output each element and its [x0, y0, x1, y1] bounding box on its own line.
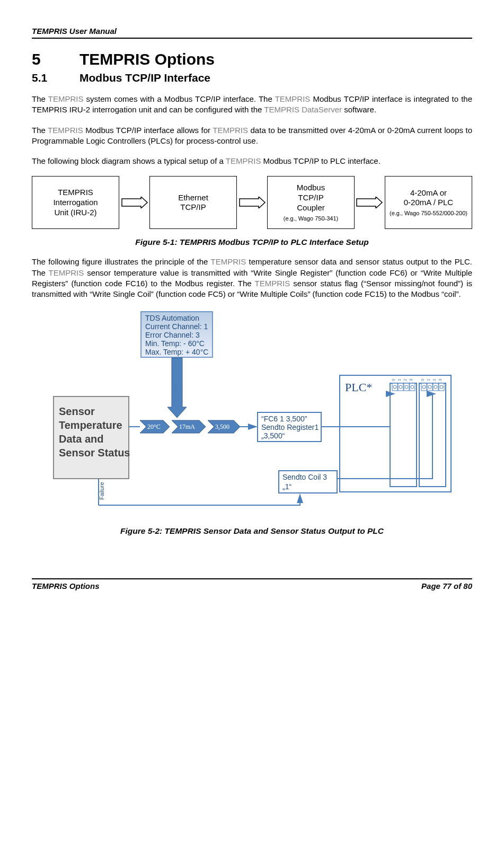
- svg-point-13: [428, 385, 431, 389]
- footer-right: Page 77 of 80: [421, 581, 472, 590]
- plc-label: PLC*: [345, 381, 372, 394]
- tempris-word: TEMPRIS: [49, 268, 84, 277]
- svg-text:0: 0: [420, 378, 425, 381]
- svg-rect-0: [390, 383, 417, 487]
- svg-point-11: [422, 385, 426, 389]
- heading-2: 5.1Modbus TCP/IP Interface: [32, 72, 472, 84]
- tempris-word: TEMPRIS: [275, 94, 311, 103]
- figure-caption-1: Figure 5-1: TEMPRIS Modbus TCP/IP to PLC…: [32, 237, 472, 247]
- sensor-l4: Sensor Status: [59, 447, 130, 459]
- svg-point-5: [399, 385, 402, 389]
- svg-text:1: 1: [397, 378, 402, 381]
- chev3-label: 3,500: [215, 423, 229, 430]
- paragraph-3: The following block diagram shows a typi…: [32, 156, 472, 166]
- h2-text: Modbus TCP/IP Interface: [79, 72, 210, 84]
- tempris-word: TEMPRIS: [213, 126, 248, 135]
- fc6-l2: Sendto Register1: [261, 423, 319, 431]
- page-header: TEMPRIS User Manual: [32, 27, 472, 39]
- block-diagram: TEMPRIS Interrogation Unit (IRU-2) Ether…: [32, 176, 472, 229]
- diagram-box-plc: 4-20mA or 0-20mA / PLC (e.g., Wago 750-5…: [385, 176, 472, 229]
- chev1-label: 20°C: [147, 423, 161, 430]
- svg-text:3: 3: [409, 378, 413, 381]
- sensor-l2: Temperature: [59, 419, 122, 431]
- page-footer: TEMPRIS Options Page 77 of 80: [32, 578, 472, 590]
- tempris-word: TEMPRIS: [48, 94, 84, 103]
- figure-2: TDS Automation Current Channel: 1 Error …: [32, 309, 472, 521]
- svg-point-3: [393, 385, 396, 389]
- arrow-420ma-label: 4-20mA: [173, 383, 179, 402]
- svg-text:2: 2: [403, 378, 408, 381]
- fc6-l1: “FC6 1 3,500”: [261, 415, 307, 423]
- coil-l1: Sendto Coil 3: [282, 473, 327, 481]
- header-title: TEMPRIS User Manual: [32, 27, 117, 36]
- paragraph-1: The TEMPRIS system comes with a Modbus T…: [32, 94, 472, 116]
- h2-number: 5.1: [32, 72, 79, 84]
- fc6-l3: „3,500“: [261, 431, 285, 440]
- tds-l1: TDS Automation: [145, 314, 199, 322]
- coil-l2: „1“: [282, 482, 291, 491]
- arrow-icon: [237, 197, 267, 208]
- figure-caption-2: Figure 5-2: TEMPRIS Sensor Data and Sens…: [32, 526, 472, 536]
- svg-point-7: [405, 385, 408, 389]
- svg-text:0: 0: [391, 378, 396, 381]
- paragraph-4: The following figure illustrates the pri…: [32, 257, 472, 299]
- heading-1: 5TEMPRIS Options: [32, 50, 472, 68]
- tempris-word: TEMPRIS: [211, 257, 246, 266]
- tds-l2: Current Channel: 1: [145, 322, 208, 331]
- tds-l5: Max. Temp: + 40°C: [145, 348, 208, 356]
- failure-label: Failure: [99, 482, 105, 500]
- svg-text:1: 1: [426, 378, 431, 381]
- svg-text:2: 2: [432, 378, 437, 381]
- svg-point-9: [411, 385, 414, 389]
- tempris-word: TEMPRIS: [226, 156, 261, 165]
- paragraph-2: The TEMPRIS Modbus TCP/IP interface allo…: [32, 125, 472, 147]
- tempris-word: TEMPRIS: [48, 126, 83, 135]
- diagram-box-iru2: TEMPRIS Interrogation Unit (IRU-2): [32, 176, 119, 229]
- arrow-icon: [355, 197, 385, 208]
- tds-l3: Error Channel: 3: [145, 331, 200, 339]
- svg-text:3: 3: [438, 378, 443, 381]
- svg-point-17: [440, 385, 443, 389]
- svg-point-15: [434, 385, 437, 389]
- sensor-l1: Sensor: [59, 406, 95, 417]
- connector-failure: [99, 495, 300, 505]
- footer-left: TEMPRIS Options: [32, 581, 100, 590]
- arrow-icon: [119, 197, 149, 208]
- diagram-box-ethernet: Ethernet TCP/IP: [149, 176, 237, 229]
- diagram-box-coupler: Modbus TCP/IP Coupler (e.g., Wago 750-34…: [267, 176, 355, 229]
- h1-text: TEMPRIS Options: [79, 50, 215, 68]
- chev2-label: 17mA: [179, 423, 195, 430]
- sensor-l3: Data and: [59, 433, 103, 445]
- tds-l4: Min. Temp: - 60°C: [145, 339, 205, 348]
- h1-number: 5: [32, 50, 79, 68]
- tempris-word: TEMPRIS: [255, 279, 290, 288]
- dataserver-word: TEMPRIS DataServer: [264, 105, 342, 114]
